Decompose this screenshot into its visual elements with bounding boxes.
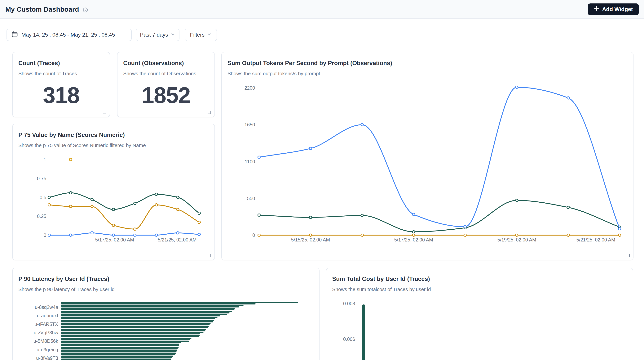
latency-bar xyxy=(61,309,234,310)
x-axis-tick-label: 5/21/25, 02:00 AM xyxy=(576,237,615,242)
data-point-score-gold xyxy=(198,221,200,223)
latency-bar xyxy=(61,354,175,355)
widget-p75-value-by-name: P 75 Value by Name (Scores Numeric) Show… xyxy=(12,124,215,260)
latency-bar xyxy=(61,351,176,352)
y-axis-tick-label: 0.5 xyxy=(40,195,46,200)
latency-bar xyxy=(61,346,179,348)
y-axis-category-label: u-8sq2w4a xyxy=(35,304,58,310)
cost-bar xyxy=(362,304,365,360)
data-point-prompt-green xyxy=(361,214,364,217)
data-point-prompt-green xyxy=(412,231,415,233)
latency-bar xyxy=(61,312,230,313)
y-axis-category-label: u-8fVa9T3 xyxy=(36,355,58,360)
data-point-score-green xyxy=(155,193,158,195)
data-point-score-blue xyxy=(176,232,179,234)
resize-handle-icon[interactable] xyxy=(208,111,211,114)
y-axis-category-label: u-d3qr5cg xyxy=(36,347,58,352)
data-point-score-green xyxy=(176,196,179,199)
data-point-score-gold xyxy=(48,204,50,206)
data-point-prompt-blue xyxy=(258,156,260,158)
y-axis-tick-label: 0.008 xyxy=(343,301,355,306)
latency-bar xyxy=(61,326,209,327)
data-point-score-green xyxy=(198,212,200,214)
data-point-score-gold xyxy=(155,204,158,206)
x-axis-tick-label: 5/17/25, 02:00 AM xyxy=(95,237,134,242)
calendar-icon xyxy=(12,31,18,39)
filters-label: Filters xyxy=(190,32,204,38)
latency-bar xyxy=(61,323,211,324)
latency-bar xyxy=(61,358,171,359)
app-header: My Custom Dashboard Add Widget xyxy=(0,0,644,19)
add-widget-button[interactable]: Add Widget xyxy=(588,4,639,15)
latency-bar xyxy=(61,337,191,339)
latency-bar xyxy=(61,302,298,303)
line-series-prompt-green xyxy=(259,200,620,232)
data-point-prompt-blue xyxy=(618,227,621,230)
widget-count-traces: Count (Traces) Shows the count of Traces… xyxy=(12,52,110,117)
page-title: My Custom Dashboard xyxy=(5,6,79,13)
data-point-score-gold-single xyxy=(70,158,72,161)
latency-bar xyxy=(61,320,214,321)
p90-latency-bar-chart: u-8sq2w4au-aobnuxfu-tFAR5TXu-zVqP3hwu-5M… xyxy=(13,268,319,360)
data-point-prompt-gold xyxy=(567,234,570,236)
y-axis-tick-label: 0.75 xyxy=(37,176,46,181)
data-point-score-green xyxy=(134,202,136,205)
data-point-score-blue xyxy=(70,234,72,236)
latency-bar xyxy=(61,305,243,306)
data-point-prompt-green xyxy=(309,216,312,219)
data-point-score-blue xyxy=(198,233,200,236)
y-axis-tick-label: 1100 xyxy=(245,159,255,164)
y-axis-tick-label: 0 xyxy=(44,232,46,238)
y-axis-category-label: u-aobnuxf xyxy=(37,313,58,318)
latency-bar xyxy=(61,352,176,354)
data-point-prompt-blue xyxy=(516,86,518,89)
data-point-prompt-gold xyxy=(618,234,621,236)
date-range-picker[interactable]: May 14, 25 : 08:45 - May 21, 25 : 08:45 xyxy=(6,29,132,41)
data-point-prompt-blue xyxy=(412,213,415,216)
data-point-score-green xyxy=(112,208,115,211)
x-axis-tick-label: 5/15/25, 02:00 AM xyxy=(291,237,330,242)
data-point-score-green xyxy=(48,196,50,199)
widget-count-observations: Count (Observations) Shows the count of … xyxy=(117,52,215,117)
data-point-prompt-blue xyxy=(361,124,364,126)
widget-p90-latency-by-user: P 90 Latency by User Id (Traces) Shows t… xyxy=(12,268,320,360)
y-axis-tick-label: 2200 xyxy=(244,85,255,91)
data-point-prompt-gold xyxy=(361,234,364,236)
y-axis-tick-label: 1650 xyxy=(244,122,255,127)
latency-bar xyxy=(61,303,256,304)
latency-bar xyxy=(61,306,239,307)
latency-bar xyxy=(61,343,179,345)
latency-bar xyxy=(61,317,217,318)
latency-bar xyxy=(61,315,220,316)
sum-total-cost-bar-chart: 0.0080.006 xyxy=(326,268,633,360)
data-point-prompt-blue xyxy=(309,147,312,150)
widget-title: Count (Traces) xyxy=(18,60,104,67)
filters-dropdown[interactable]: Filters xyxy=(185,29,217,41)
resize-handle-icon[interactable] xyxy=(208,254,211,257)
latency-bar xyxy=(61,327,208,328)
data-point-prompt-blue xyxy=(567,97,570,99)
latency-bar xyxy=(61,328,206,330)
line-series-prompt-blue xyxy=(259,87,620,229)
time-range-preset-dropdown[interactable]: Past 7 days xyxy=(136,29,180,41)
data-point-score-green xyxy=(70,191,72,194)
latency-bar xyxy=(61,314,227,315)
latency-bar xyxy=(61,330,205,331)
y-axis-tick-label: 550 xyxy=(247,196,255,201)
resize-handle-icon[interactable] xyxy=(103,111,106,114)
latency-bar xyxy=(61,357,172,358)
data-point-score-blue xyxy=(91,232,93,234)
data-point-score-blue xyxy=(155,234,158,236)
data-point-score-gold xyxy=(134,228,136,230)
latency-bar xyxy=(61,355,173,357)
latency-bar xyxy=(61,345,179,346)
latency-bar xyxy=(61,333,200,334)
y-axis-tick-label: 0.006 xyxy=(343,336,355,342)
data-point-score-gold xyxy=(176,208,179,211)
resize-handle-icon[interactable] xyxy=(626,254,630,257)
data-point-score-gold xyxy=(91,205,93,208)
y-axis-tick-label: 1 xyxy=(44,157,46,162)
data-point-prompt-gold xyxy=(516,234,518,236)
data-point-score-blue xyxy=(134,234,136,236)
info-icon[interactable] xyxy=(82,7,88,14)
